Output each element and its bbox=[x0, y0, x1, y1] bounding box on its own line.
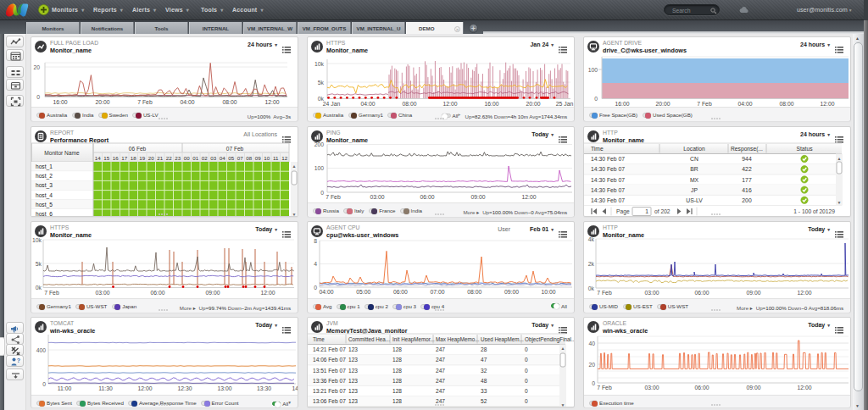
svg-text:28: 28 bbox=[481, 346, 487, 352]
svg-text:0: 0 bbox=[36, 94, 40, 100]
svg-text:10k: 10k bbox=[32, 237, 42, 243]
svg-text:06:00: 06:00 bbox=[150, 290, 164, 296]
svg-text:host_4: host_4 bbox=[36, 192, 53, 199]
svg-text:0: 0 bbox=[42, 381, 46, 387]
svg-text:03:00: 03:00 bbox=[644, 290, 659, 296]
svg-text:0: 0 bbox=[592, 380, 595, 386]
svg-text:Monitor Name: Monitor Name bbox=[44, 150, 80, 156]
svg-text:5k: 5k bbox=[36, 261, 42, 267]
svg-text:04:00: 04:00 bbox=[180, 99, 194, 105]
svg-text:Location: Location bbox=[683, 146, 705, 152]
svg-text:123: 123 bbox=[348, 398, 358, 404]
svg-text:03:00: 03:00 bbox=[644, 385, 659, 391]
svg-text:host_1: host_1 bbox=[36, 163, 53, 170]
svg-text:08:00: 08:00 bbox=[402, 101, 416, 107]
svg-text:03:00: 03:00 bbox=[370, 194, 384, 200]
svg-text:07: 07 bbox=[237, 155, 243, 161]
svg-text:200: 200 bbox=[742, 197, 752, 203]
svg-text:8: 8 bbox=[314, 238, 317, 244]
svg-text:Init HeapMemor...: Init HeapMemor... bbox=[392, 336, 435, 343]
svg-text:247: 247 bbox=[436, 388, 445, 394]
svg-text:13:30: 13:30 bbox=[257, 385, 271, 391]
svg-text:10:00: 10:00 bbox=[541, 289, 555, 295]
svg-text:06:00: 06:00 bbox=[694, 290, 709, 296]
svg-text:7 Feb: 7 Feb bbox=[697, 101, 712, 107]
svg-text:7 Feb: 7 Feb bbox=[137, 99, 153, 105]
svg-text:Time: Time bbox=[591, 146, 604, 152]
svg-text:4: 4 bbox=[314, 261, 317, 267]
svg-text:12:00: 12:00 bbox=[797, 385, 811, 391]
svg-text:20: 20 bbox=[588, 362, 595, 368]
svg-text:123: 123 bbox=[348, 378, 358, 384]
svg-text:05:00: 05:00 bbox=[356, 289, 370, 295]
svg-text:03:00: 03:00 bbox=[95, 290, 109, 296]
svg-text:13:00: 13:00 bbox=[217, 385, 231, 391]
svg-text:09:00: 09:00 bbox=[470, 194, 485, 200]
svg-text:JP: JP bbox=[691, 187, 698, 193]
svg-text:14:21 Feb 07: 14:21 Feb 07 bbox=[313, 346, 346, 352]
svg-text:09:00: 09:00 bbox=[746, 385, 760, 391]
svg-text:host_5: host_5 bbox=[36, 202, 53, 208]
svg-text:123: 123 bbox=[348, 346, 358, 352]
svg-text:Max HeapMemo...: Max HeapMemo... bbox=[436, 336, 480, 343]
svg-text:416: 416 bbox=[742, 187, 752, 193]
svg-text:5k: 5k bbox=[318, 80, 325, 86]
svg-text:0: 0 bbox=[525, 368, 528, 374]
svg-text:18: 18 bbox=[131, 155, 136, 161]
svg-text:14:30 Feb 07: 14:30 Feb 07 bbox=[591, 166, 625, 172]
svg-text:CN: CN bbox=[690, 156, 698, 162]
svg-text:0: 0 bbox=[314, 285, 317, 291]
svg-text:09:00: 09:00 bbox=[746, 290, 760, 296]
svg-text:123: 123 bbox=[348, 357, 358, 363]
svg-text:Response(...: Response(... bbox=[731, 146, 763, 152]
svg-text:04:00: 04:00 bbox=[319, 289, 333, 295]
svg-text:100: 100 bbox=[588, 67, 598, 73]
svg-text:11:00: 11:00 bbox=[58, 385, 72, 391]
svg-text:14:30 Feb 07: 14:30 Feb 07 bbox=[591, 156, 625, 162]
svg-text:host_2: host_2 bbox=[36, 173, 53, 180]
svg-text:22: 22 bbox=[166, 155, 172, 161]
svg-text:128: 128 bbox=[392, 346, 402, 352]
svg-text:11: 11 bbox=[273, 155, 279, 161]
svg-text:Committed Hea...: Committed Hea... bbox=[348, 336, 390, 342]
svg-text:13:06 Feb 07: 13:06 Feb 07 bbox=[313, 398, 346, 404]
svg-text:▲: ▲ bbox=[292, 163, 297, 169]
svg-text:7 Feb: 7 Feb bbox=[597, 385, 612, 391]
svg-text:247: 247 bbox=[436, 368, 445, 374]
svg-text:16:00: 16:00 bbox=[615, 101, 629, 107]
svg-text:14: 14 bbox=[95, 155, 101, 161]
svg-text:12: 12 bbox=[281, 155, 287, 161]
svg-text:0: 0 bbox=[525, 388, 528, 394]
svg-text:14:30 Feb 07: 14:30 Feb 07 bbox=[591, 177, 625, 183]
svg-text:08:00: 08:00 bbox=[222, 99, 236, 105]
svg-text:0: 0 bbox=[525, 357, 528, 363]
svg-text:07 Feb: 07 Feb bbox=[226, 146, 244, 152]
svg-text:4k: 4k bbox=[588, 236, 595, 242]
svg-text:06:00: 06:00 bbox=[694, 385, 709, 391]
svg-text:7 Feb: 7 Feb bbox=[44, 290, 59, 296]
svg-text:52: 52 bbox=[481, 398, 487, 404]
svg-text:04:00: 04:00 bbox=[737, 101, 752, 107]
svg-text:21: 21 bbox=[157, 155, 163, 161]
svg-text:?: ? bbox=[17, 357, 20, 363]
svg-text:0: 0 bbox=[525, 378, 528, 384]
svg-text:14:30 Feb 07: 14:30 Feb 07 bbox=[591, 197, 625, 203]
svg-text:ObjectPendingFinal...: ObjectPendingFinal... bbox=[525, 336, 574, 343]
svg-text:14:06 Feb 07: 14:06 Feb 07 bbox=[313, 357, 346, 363]
svg-text:▼: ▼ bbox=[837, 200, 842, 205]
svg-text:14:30 Feb 07: 14:30 Feb 07 bbox=[591, 187, 625, 193]
svg-text:123: 123 bbox=[348, 368, 358, 374]
svg-text:09:00: 09:00 bbox=[205, 290, 220, 296]
svg-text:128: 128 bbox=[392, 368, 402, 374]
svg-text:128: 128 bbox=[392, 357, 402, 363]
svg-text:7 Feb: 7 Feb bbox=[326, 194, 341, 200]
svg-text:16:00: 16:00 bbox=[53, 99, 67, 105]
svg-text:06 Feb: 06 Feb bbox=[129, 146, 147, 152]
svg-text:100: 100 bbox=[314, 165, 325, 171]
svg-text:128: 128 bbox=[392, 398, 402, 404]
svg-text:17: 17 bbox=[121, 155, 127, 161]
svg-text:247: 247 bbox=[436, 378, 445, 384]
svg-text:1: 1 bbox=[645, 208, 648, 214]
svg-text:BR: BR bbox=[690, 166, 698, 172]
svg-text:13:51 Feb 07: 13:51 Feb 07 bbox=[313, 368, 346, 374]
